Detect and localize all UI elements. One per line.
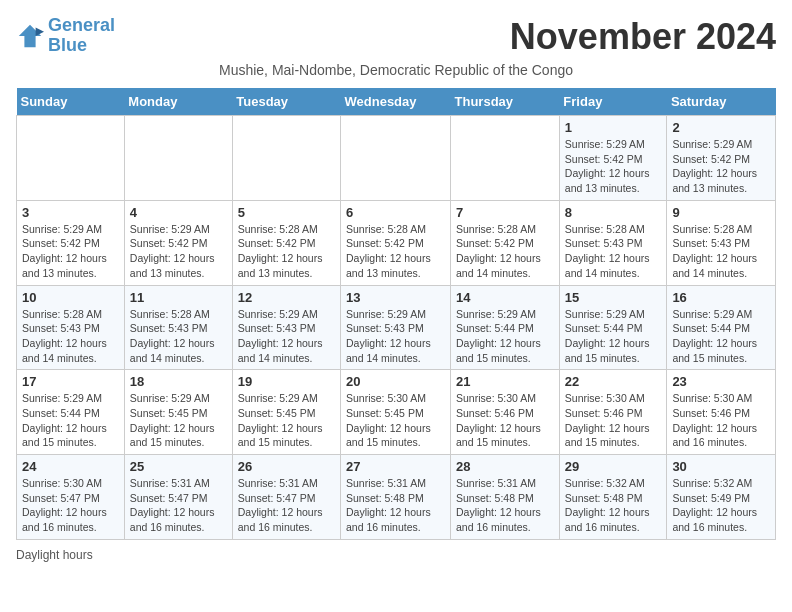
day-info: Sunrise: 5:30 AM Sunset: 5:46 PM Dayligh… xyxy=(565,391,662,450)
day-number: 26 xyxy=(238,459,335,474)
day-number: 17 xyxy=(22,374,119,389)
day-info: Sunrise: 5:29 AM Sunset: 5:44 PM Dayligh… xyxy=(22,391,119,450)
day-number: 1 xyxy=(565,120,662,135)
day-info: Sunrise: 5:28 AM Sunset: 5:42 PM Dayligh… xyxy=(238,222,335,281)
day-number: 25 xyxy=(130,459,227,474)
week-row-2: 10Sunrise: 5:28 AM Sunset: 5:43 PM Dayli… xyxy=(17,285,776,370)
day-info: Sunrise: 5:29 AM Sunset: 5:45 PM Dayligh… xyxy=(130,391,227,450)
calendar-cell: 19Sunrise: 5:29 AM Sunset: 5:45 PM Dayli… xyxy=(232,370,340,455)
logo-line2: Blue xyxy=(48,35,87,55)
calendar-cell: 28Sunrise: 5:31 AM Sunset: 5:48 PM Dayli… xyxy=(451,455,560,540)
day-number: 6 xyxy=(346,205,445,220)
col-header-monday: Monday xyxy=(124,88,232,116)
day-info: Sunrise: 5:29 AM Sunset: 5:42 PM Dayligh… xyxy=(672,137,770,196)
subtitle: Mushie, Mai-Ndombe, Democratic Republic … xyxy=(16,62,776,78)
day-info: Sunrise: 5:32 AM Sunset: 5:49 PM Dayligh… xyxy=(672,476,770,535)
day-number: 8 xyxy=(565,205,662,220)
calendar-cell: 20Sunrise: 5:30 AM Sunset: 5:45 PM Dayli… xyxy=(341,370,451,455)
calendar-cell: 5Sunrise: 5:28 AM Sunset: 5:42 PM Daylig… xyxy=(232,200,340,285)
col-header-sunday: Sunday xyxy=(17,88,125,116)
calendar-cell xyxy=(232,116,340,201)
day-info: Sunrise: 5:30 AM Sunset: 5:46 PM Dayligh… xyxy=(672,391,770,450)
calendar-cell: 7Sunrise: 5:28 AM Sunset: 5:42 PM Daylig… xyxy=(451,200,560,285)
day-info: Sunrise: 5:31 AM Sunset: 5:47 PM Dayligh… xyxy=(130,476,227,535)
day-number: 19 xyxy=(238,374,335,389)
day-number: 3 xyxy=(22,205,119,220)
day-number: 12 xyxy=(238,290,335,305)
calendar-cell: 6Sunrise: 5:28 AM Sunset: 5:42 PM Daylig… xyxy=(341,200,451,285)
calendar-cell: 26Sunrise: 5:31 AM Sunset: 5:47 PM Dayli… xyxy=(232,455,340,540)
svg-marker-0 xyxy=(19,25,41,47)
day-number: 18 xyxy=(130,374,227,389)
calendar-cell: 30Sunrise: 5:32 AM Sunset: 5:49 PM Dayli… xyxy=(667,455,776,540)
day-info: Sunrise: 5:30 AM Sunset: 5:45 PM Dayligh… xyxy=(346,391,445,450)
logo-line1: General xyxy=(48,15,115,35)
calendar-cell: 15Sunrise: 5:29 AM Sunset: 5:44 PM Dayli… xyxy=(559,285,667,370)
calendar-cell: 13Sunrise: 5:29 AM Sunset: 5:43 PM Dayli… xyxy=(341,285,451,370)
week-row-0: 1Sunrise: 5:29 AM Sunset: 5:42 PM Daylig… xyxy=(17,116,776,201)
day-info: Sunrise: 5:31 AM Sunset: 5:48 PM Dayligh… xyxy=(346,476,445,535)
week-row-1: 3Sunrise: 5:29 AM Sunset: 5:42 PM Daylig… xyxy=(17,200,776,285)
day-info: Sunrise: 5:29 AM Sunset: 5:42 PM Dayligh… xyxy=(22,222,119,281)
day-number: 4 xyxy=(130,205,227,220)
day-number: 28 xyxy=(456,459,554,474)
day-info: Sunrise: 5:29 AM Sunset: 5:45 PM Dayligh… xyxy=(238,391,335,450)
day-number: 11 xyxy=(130,290,227,305)
col-header-thursday: Thursday xyxy=(451,88,560,116)
col-header-friday: Friday xyxy=(559,88,667,116)
day-number: 2 xyxy=(672,120,770,135)
calendar-cell: 4Sunrise: 5:29 AM Sunset: 5:42 PM Daylig… xyxy=(124,200,232,285)
calendar-cell: 29Sunrise: 5:32 AM Sunset: 5:48 PM Dayli… xyxy=(559,455,667,540)
day-info: Sunrise: 5:28 AM Sunset: 5:43 PM Dayligh… xyxy=(565,222,662,281)
day-info: Sunrise: 5:29 AM Sunset: 5:43 PM Dayligh… xyxy=(238,307,335,366)
day-number: 14 xyxy=(456,290,554,305)
day-number: 13 xyxy=(346,290,445,305)
day-number: 29 xyxy=(565,459,662,474)
logo-icon xyxy=(16,22,44,50)
month-title: November 2024 xyxy=(510,16,776,58)
day-info: Sunrise: 5:29 AM Sunset: 5:44 PM Dayligh… xyxy=(565,307,662,366)
calendar-cell: 21Sunrise: 5:30 AM Sunset: 5:46 PM Dayli… xyxy=(451,370,560,455)
day-number: 9 xyxy=(672,205,770,220)
week-row-3: 17Sunrise: 5:29 AM Sunset: 5:44 PM Dayli… xyxy=(17,370,776,455)
calendar-cell: 1Sunrise: 5:29 AM Sunset: 5:42 PM Daylig… xyxy=(559,116,667,201)
calendar-cell: 14Sunrise: 5:29 AM Sunset: 5:44 PM Dayli… xyxy=(451,285,560,370)
logo: General Blue xyxy=(16,16,115,56)
day-number: 30 xyxy=(672,459,770,474)
day-number: 21 xyxy=(456,374,554,389)
day-info: Sunrise: 5:30 AM Sunset: 5:46 PM Dayligh… xyxy=(456,391,554,450)
calendar-cell: 2Sunrise: 5:29 AM Sunset: 5:42 PM Daylig… xyxy=(667,116,776,201)
day-number: 5 xyxy=(238,205,335,220)
calendar-cell: 12Sunrise: 5:29 AM Sunset: 5:43 PM Dayli… xyxy=(232,285,340,370)
day-number: 15 xyxy=(565,290,662,305)
day-info: Sunrise: 5:28 AM Sunset: 5:42 PM Dayligh… xyxy=(346,222,445,281)
day-info: Sunrise: 5:28 AM Sunset: 5:43 PM Dayligh… xyxy=(130,307,227,366)
day-number: 7 xyxy=(456,205,554,220)
day-info: Sunrise: 5:29 AM Sunset: 5:44 PM Dayligh… xyxy=(456,307,554,366)
calendar-cell: 25Sunrise: 5:31 AM Sunset: 5:47 PM Dayli… xyxy=(124,455,232,540)
calendar-cell: 24Sunrise: 5:30 AM Sunset: 5:47 PM Dayli… xyxy=(17,455,125,540)
day-info: Sunrise: 5:31 AM Sunset: 5:47 PM Dayligh… xyxy=(238,476,335,535)
calendar-cell: 18Sunrise: 5:29 AM Sunset: 5:45 PM Dayli… xyxy=(124,370,232,455)
logo-text: General Blue xyxy=(48,16,115,56)
day-info: Sunrise: 5:29 AM Sunset: 5:44 PM Dayligh… xyxy=(672,307,770,366)
day-number: 16 xyxy=(672,290,770,305)
day-info: Sunrise: 5:28 AM Sunset: 5:43 PM Dayligh… xyxy=(22,307,119,366)
calendar-cell: 10Sunrise: 5:28 AM Sunset: 5:43 PM Dayli… xyxy=(17,285,125,370)
day-number: 10 xyxy=(22,290,119,305)
day-info: Sunrise: 5:31 AM Sunset: 5:48 PM Dayligh… xyxy=(456,476,554,535)
calendar-cell: 11Sunrise: 5:28 AM Sunset: 5:43 PM Dayli… xyxy=(124,285,232,370)
footer-note: Daylight hours xyxy=(16,548,776,562)
day-info: Sunrise: 5:28 AM Sunset: 5:42 PM Dayligh… xyxy=(456,222,554,281)
col-header-tuesday: Tuesday xyxy=(232,88,340,116)
calendar-cell xyxy=(341,116,451,201)
day-number: 27 xyxy=(346,459,445,474)
day-info: Sunrise: 5:29 AM Sunset: 5:42 PM Dayligh… xyxy=(130,222,227,281)
daylight-label: Daylight hours xyxy=(16,548,93,562)
calendar-table: SundayMondayTuesdayWednesdayThursdayFrid… xyxy=(16,88,776,540)
day-number: 22 xyxy=(565,374,662,389)
calendar-cell xyxy=(17,116,125,201)
week-row-4: 24Sunrise: 5:30 AM Sunset: 5:47 PM Dayli… xyxy=(17,455,776,540)
day-info: Sunrise: 5:28 AM Sunset: 5:43 PM Dayligh… xyxy=(672,222,770,281)
day-number: 24 xyxy=(22,459,119,474)
